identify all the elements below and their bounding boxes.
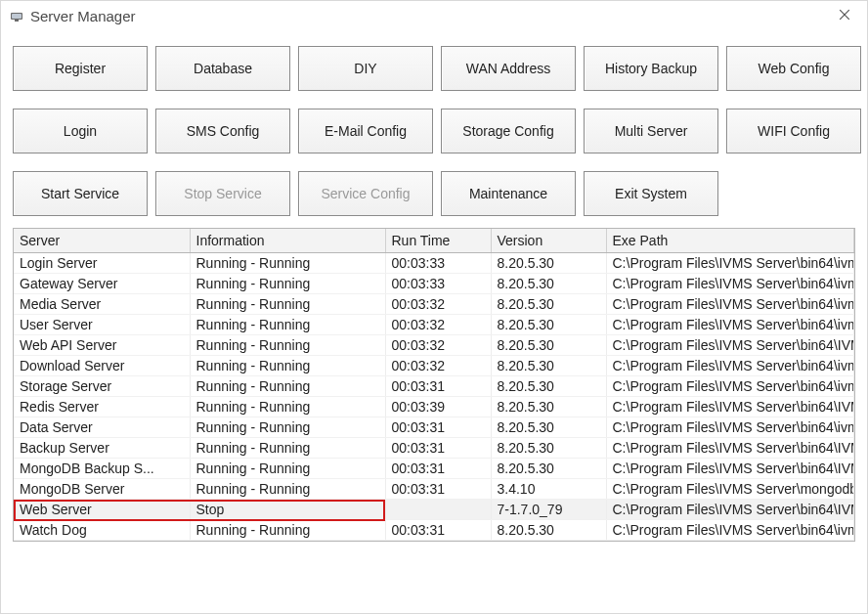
cell-server: Gateway Server (14, 274, 190, 294)
table-row[interactable]: MongoDB Backup S...Running - Running00:0… (14, 459, 854, 479)
cell-time: 00:03:33 (385, 274, 491, 294)
cell-server: Storage Server (14, 376, 190, 397)
cell-time: 00:03:31 (385, 438, 491, 459)
cell-path: C:\Program Files\IVMS Server\bin64\IVM (606, 459, 854, 479)
cell-time: 00:03:32 (385, 294, 491, 315)
col-version[interactable]: Version (491, 229, 606, 253)
exitsystem-button[interactable]: Exit System (584, 171, 718, 216)
cell-server: Media Server (14, 294, 190, 315)
titlebar-left: Server Manager (9, 8, 136, 24)
server-table-wrap: Server Information Run Time Version Exe … (13, 228, 855, 542)
cell-ver: 8.20.5.30 (491, 315, 606, 335)
cell-info: Running - Running (190, 438, 385, 459)
cell-time: 00:03:39 (385, 397, 491, 417)
button-grid: RegisterDatabaseDIYWAN AddressHistory Ba… (1, 30, 867, 224)
cell-info: Running - Running (190, 253, 385, 274)
col-exepath[interactable]: Exe Path (606, 229, 854, 253)
cell-time: 00:03:32 (385, 335, 491, 356)
cell-time: 00:03:31 (385, 376, 491, 397)
database-button[interactable]: Database (155, 46, 290, 91)
cell-ver: 8.20.5.30 (491, 417, 606, 438)
table-row[interactable]: Storage ServerRunning - Running00:03:318… (14, 376, 854, 397)
cell-time: 00:03:31 (385, 417, 491, 438)
cell-info: Running - Running (190, 376, 385, 397)
cell-time: 00:03:31 (385, 479, 491, 500)
cell-time (385, 500, 491, 520)
cell-ver: 8.20.5.30 (491, 376, 606, 397)
table-row[interactable]: User ServerRunning - Running00:03:328.20… (14, 315, 854, 335)
cell-server: MongoDB Backup S... (14, 459, 190, 479)
cell-ver: 8.20.5.30 (491, 356, 606, 376)
table-row[interactable]: Redis ServerRunning - Running00:03:398.2… (14, 397, 854, 417)
cell-info: Running - Running (190, 315, 385, 335)
table-row[interactable]: Watch DogRunning - Running00:03:318.20.5… (14, 520, 854, 541)
cell-path: C:\Program Files\IVMS Server\bin64\ivm (606, 253, 854, 274)
server-table: Server Information Run Time Version Exe … (14, 229, 854, 541)
titlebar: Server Manager (1, 1, 867, 30)
cell-ver: 8.20.5.30 (491, 274, 606, 294)
table-row[interactable]: Backup ServerRunning - Running00:03:318.… (14, 438, 854, 459)
register-button[interactable]: Register (13, 46, 148, 91)
maintenance-button[interactable]: Maintenance (441, 171, 576, 216)
cell-info: Running - Running (190, 274, 385, 294)
webconfig-button[interactable]: Web Config (726, 46, 861, 91)
cell-time: 00:03:32 (385, 356, 491, 376)
multiserver-button[interactable]: Multi Server (584, 109, 718, 154)
close-button[interactable] (830, 1, 859, 30)
cell-server: Download Server (14, 356, 190, 376)
table-row[interactable]: Data ServerRunning - Running00:03:318.20… (14, 417, 854, 438)
cell-path: C:\Program Files\IVMS Server\bin64\ivm (606, 417, 854, 438)
col-server[interactable]: Server (14, 229, 190, 253)
serviceconfig-button: Service Config (298, 171, 433, 216)
smsconfig-button[interactable]: SMS Config (155, 109, 290, 154)
cell-info: Running - Running (190, 356, 385, 376)
table-row[interactable]: Web ServerStop7-1.7.0_79C:\Program Files… (14, 500, 854, 520)
cell-time: 00:03:33 (385, 253, 491, 274)
startservice-button[interactable]: Start Service (13, 171, 148, 216)
cell-ver: 8.20.5.30 (491, 397, 606, 417)
svg-rect-1 (12, 14, 22, 19)
cell-path: C:\Program Files\IVMS Server\bin64\ivm (606, 315, 854, 335)
cell-path: C:\Program Files\IVMS Server\mongodb\ (606, 479, 854, 500)
svg-rect-2 (15, 20, 19, 22)
cell-server: Web API Server (14, 335, 190, 356)
historybackup-button[interactable]: History Backup (584, 46, 718, 91)
cell-server: Login Server (14, 253, 190, 274)
table-row[interactable]: Media ServerRunning - Running00:03:328.2… (14, 294, 854, 315)
cell-ver: 8.20.5.30 (491, 335, 606, 356)
table-row[interactable]: Download ServerRunning - Running00:03:32… (14, 356, 854, 376)
cell-ver: 8.20.5.30 (491, 253, 606, 274)
table-row[interactable]: MongoDB ServerRunning - Running00:03:313… (14, 479, 854, 500)
login-button[interactable]: Login (13, 109, 148, 154)
table-row[interactable]: Gateway ServerRunning - Running00:03:338… (14, 274, 854, 294)
wanaddress-button[interactable]: WAN Address (441, 46, 576, 91)
cell-path: C:\Program Files\IVMS Server\bin64\IVM (606, 500, 854, 520)
window: Server Manager RegisterDatabaseDIYWAN Ad… (0, 0, 868, 614)
col-information[interactable]: Information (190, 229, 385, 253)
table-row[interactable]: Login ServerRunning - Running00:03:338.2… (14, 253, 854, 274)
cell-info: Running - Running (190, 479, 385, 500)
cell-path: C:\Program Files\IVMS Server\bin64\IVM (606, 438, 854, 459)
cell-ver: 8.20.5.30 (491, 459, 606, 479)
table-row[interactable]: Web API ServerRunning - Running00:03:328… (14, 335, 854, 356)
diy-button[interactable]: DIY (298, 46, 433, 91)
storageconfig-button[interactable]: Storage Config (441, 109, 576, 154)
cell-ver: 8.20.5.30 (491, 438, 606, 459)
cell-ver: 3.4.10 (491, 479, 606, 500)
cell-time: 00:03:32 (385, 315, 491, 335)
cell-path: C:\Program Files\IVMS Server\bin64\ivm (606, 356, 854, 376)
window-title: Server Manager (30, 8, 136, 24)
cell-info: Running - Running (190, 397, 385, 417)
cell-info: Running - Running (190, 459, 385, 479)
wificonfig-button[interactable]: WIFI Config (726, 109, 861, 154)
cell-info: Stop (190, 500, 385, 520)
app-icon (9, 8, 24, 23)
cell-info: Running - Running (190, 417, 385, 438)
close-icon (839, 7, 850, 24)
emailconfig-button[interactable]: E-Mail Config (298, 109, 433, 154)
table-header-row: Server Information Run Time Version Exe … (14, 229, 854, 253)
cell-path: C:\Program Files\IVMS Server\bin64\ivm (606, 376, 854, 397)
cell-server: Watch Dog (14, 520, 190, 541)
cell-time: 00:03:31 (385, 459, 491, 479)
col-runtime[interactable]: Run Time (385, 229, 491, 253)
